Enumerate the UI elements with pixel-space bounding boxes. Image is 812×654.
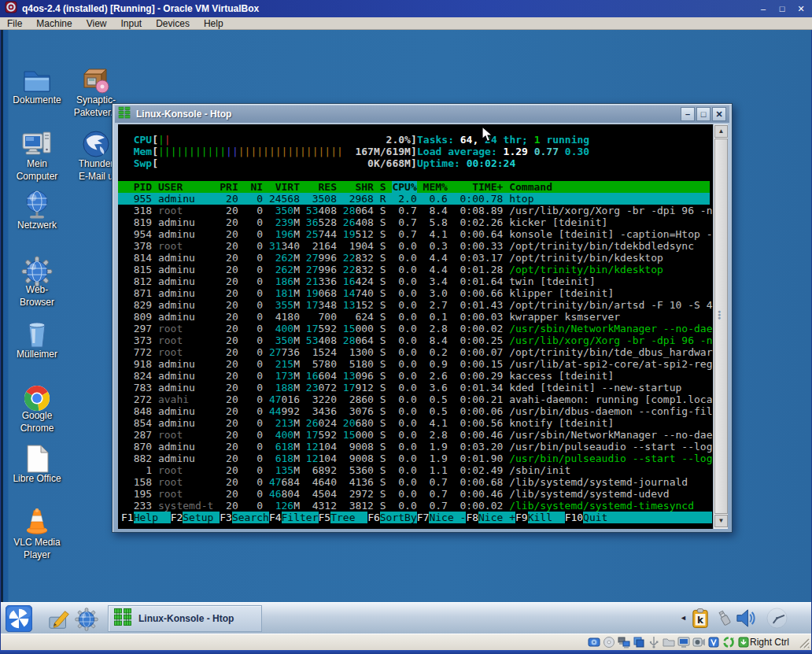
fkey-F1[interactable]: F1 xyxy=(121,512,134,523)
process-row[interactable]: 854 adminu 20 0 213M 26024 20680 S 0.0 4… xyxy=(121,417,614,429)
menu-view[interactable]: View xyxy=(79,18,114,29)
process-row[interactable]: 378 root 20 0 31340 2164 1904 S 0.0 0.3 … xyxy=(121,240,694,252)
fkey-F7[interactable]: F7 xyxy=(417,512,430,523)
scroll-up-arrow[interactable]: ▲ xyxy=(714,125,728,138)
process-row[interactable]: 1 root 20 0 135M 6892 5360 S 0.0 1.1 0:0… xyxy=(121,464,570,476)
notes-editor-launcher[interactable] xyxy=(48,608,72,631)
taskbar-task-konsole[interactable]: Linux-Konsole - Htop xyxy=(108,605,262,632)
vlc-icon xyxy=(1,506,73,538)
process-row[interactable]: 954 adminu 20 0 196M 25744 19512 S 0.7 4… xyxy=(121,228,712,240)
desktop-icon-libre-office[interactable]: Libre Office xyxy=(1,443,73,485)
guest-desktop[interactable]: DokumenteSynaptic-Paketver...MeinCompute… xyxy=(1,30,811,602)
hdd-activity-icon[interactable] xyxy=(588,636,600,648)
tray-expander-icon[interactable]: ◄ xyxy=(680,614,687,622)
start-menu-button[interactable] xyxy=(6,605,32,632)
virtualization-features-icon[interactable] xyxy=(707,636,720,648)
fkey-label-F10[interactable]: Quit xyxy=(583,512,620,523)
desktop-icon-google-chrome[interactable]: GoogleChrome xyxy=(1,382,73,434)
process-row[interactable]: 772 root 20 0 27736 1524 1300 S 0.0 0.2 … xyxy=(121,346,712,358)
process-row[interactable]: 815 adminu 20 0 262M 27996 22832 S 0.0 4… xyxy=(121,264,663,275)
process-row[interactable]: 158 root 20 0 47684 4640 4136 S 0.0 0.7 … xyxy=(121,476,688,488)
fkey-F3[interactable]: F3 xyxy=(220,512,232,523)
desktop-icon-netzwerk[interactable]: Netzwerk xyxy=(1,190,73,231)
desktop-icon-vlc[interactable]: VLC MediaPlayer xyxy=(1,506,73,561)
menu-machine[interactable]: Machine xyxy=(29,18,79,29)
process-row[interactable]: 824 adminu 20 0 173M 16604 13096 S 0.0 2… xyxy=(121,370,614,382)
process-row[interactable]: 829 adminu 20 0 355M 17348 13152 S 0.0 2… xyxy=(121,299,712,311)
close-button[interactable]: ✕ xyxy=(795,4,807,14)
htop-terminal[interactable]: CPU[|| 2.0%] Mem[|||||||||||||||||||||||… xyxy=(118,124,713,529)
klipper-tray-icon[interactable]: k xyxy=(692,608,709,632)
konsole-maximize-button[interactable]: □ xyxy=(696,107,710,121)
process-row[interactable]: 812 adminu 20 0 186M 21336 16424 S 0.0 3… xyxy=(121,275,596,287)
minimize-button[interactable]: – xyxy=(757,4,770,14)
desktop-icon-web-browser[interactable]: Web-Browser xyxy=(1,256,73,309)
optical-drive-icon[interactable] xyxy=(603,636,615,648)
konsole-titlebar[interactable]: Linux-Konsole - Htop –□✕ xyxy=(115,105,729,123)
fkey-label-F2[interactable]: Setup xyxy=(183,512,220,523)
fkey-F8[interactable]: F8 xyxy=(466,512,478,523)
process-row[interactable]: 882 adminu 20 0 618M 12104 9008 S 0.0 1.… xyxy=(121,453,712,464)
video-capture-icon[interactable] xyxy=(692,636,705,648)
process-row[interactable]: 848 adminu 20 0 44992 3436 3076 S 0.0 0.… xyxy=(121,405,712,417)
scrollbar-thumb[interactable] xyxy=(714,139,728,514)
process-table-header[interactable]: PID USER PRI NI VIRT RES SHR S CPU% MEM%… xyxy=(118,181,710,193)
process-row[interactable]: 783 adminu 20 0 188M 23072 17912 S 0.0 3… xyxy=(121,382,681,394)
display-icon[interactable] xyxy=(677,636,690,648)
fkey-label-F7[interactable]: Nice - xyxy=(429,512,466,523)
web-browser-launcher[interactable] xyxy=(75,608,98,631)
fkey-label-F9[interactable]: Kill xyxy=(528,512,565,523)
shared-windows-icon[interactable] xyxy=(633,636,645,648)
volume-tray-icon[interactable] xyxy=(735,608,756,632)
keyboard-capture-icon[interactable] xyxy=(737,636,750,648)
process-row[interactable]: 195 root 20 0 46804 4504 2972 S 0.0 0.7 … xyxy=(121,488,670,500)
fkey-label-F5[interactable]: Tree xyxy=(330,512,367,523)
process-row[interactable]: 318 root 20 0 350M 53408 28064 S 0.7 8.4… xyxy=(121,205,712,216)
fkey-F6[interactable]: F6 xyxy=(367,512,380,523)
fkey-F9[interactable]: F9 xyxy=(515,512,528,523)
process-row[interactable]: 871 adminu 20 0 181M 19068 14740 S 0.0 3… xyxy=(121,287,614,299)
konsole-title: Linux-Konsole - Htop xyxy=(136,109,231,120)
process-row[interactable]: 297 root 20 0 400M 17592 15000 S 0.0 2.8… xyxy=(121,323,712,334)
menu-input[interactable]: Input xyxy=(114,18,149,29)
process-row[interactable]: 814 adminu 20 0 262M 27996 22832 S 0.0 4… xyxy=(121,252,663,264)
resize-grip[interactable] xyxy=(797,636,810,652)
shared-folders-icon[interactable] xyxy=(663,636,675,648)
clock-tray-icon[interactable] xyxy=(766,607,788,633)
menu-file[interactable]: File xyxy=(0,18,29,29)
muelleimer-icon xyxy=(1,320,73,351)
fkey-F2[interactable]: F2 xyxy=(171,512,183,523)
fkey-F10[interactable]: F10 xyxy=(565,512,583,523)
menu-help[interactable]: Help xyxy=(197,18,231,29)
menu-devices[interactable]: Devices xyxy=(149,18,197,29)
fkey-label-F6[interactable]: SortBy xyxy=(380,512,417,523)
process-row[interactable]: 955 adminu 20 0 24568 3508 2968 R 2.0 0.… xyxy=(118,193,710,205)
scrollbar-grip: ●●● xyxy=(718,310,721,320)
scroll-down-arrow[interactable]: ▼ xyxy=(714,515,728,527)
process-row[interactable]: 287 root 20 0 400M 17592 15000 S 0.0 2.8… xyxy=(121,429,712,441)
process-row[interactable]: 373 root 20 0 350M 53408 28064 S 0.0 8.4… xyxy=(121,334,712,346)
fkey-F4[interactable]: F4 xyxy=(269,512,282,523)
konsole-close-button[interactable]: ✕ xyxy=(712,107,726,121)
fkey-label-F4[interactable]: Filter xyxy=(282,512,319,523)
process-row[interactable]: 233 systemd-t 20 0 126M 4312 3812 S 0.0 … xyxy=(121,500,694,512)
usb-devices-icon[interactable] xyxy=(648,636,660,648)
network-adapter-icon[interactable] xyxy=(618,636,630,648)
fkey-label-F3[interactable]: Search xyxy=(232,512,269,523)
process-row[interactable]: 870 adminu 20 0 618M 12104 9008 S 0.0 1.… xyxy=(121,441,712,453)
process-row[interactable]: 819 adminu 20 0 239M 36528 26408 S 0.7 5… xyxy=(121,216,607,228)
fkey-label-F1[interactable]: Help xyxy=(134,512,171,523)
fkey-label-F8[interactable]: Nice + xyxy=(478,512,515,523)
desktop-icon-muelleimer[interactable]: Mülleimer xyxy=(1,320,73,360)
process-row[interactable]: 918 adminu 20 0 215M 5780 5180 S 0.0 0.9… xyxy=(121,358,712,370)
mouse-integration-icon[interactable] xyxy=(722,636,735,648)
konsole-minimize-button[interactable]: – xyxy=(681,107,695,121)
fkey-F5[interactable]: F5 xyxy=(319,512,331,523)
desktop-icon-label: Libre Office xyxy=(1,472,73,485)
process-row[interactable]: 272 avahi 20 0 47016 3220 2860 S 0.0 0.5… xyxy=(121,394,712,405)
process-row[interactable]: 809 adminu 20 0 4180 700 624 S 0.0 0.1 0… xyxy=(121,311,620,323)
usb-tray-icon[interactable] xyxy=(714,608,734,631)
vbox-titlebar[interactable]: q4os-2.4 (installed) [Running] - Oracle … xyxy=(0,0,812,17)
terminal-scrollbar[interactable]: ▲ ●●● ▼ xyxy=(713,124,728,529)
maximize-button[interactable]: □ xyxy=(776,4,788,14)
